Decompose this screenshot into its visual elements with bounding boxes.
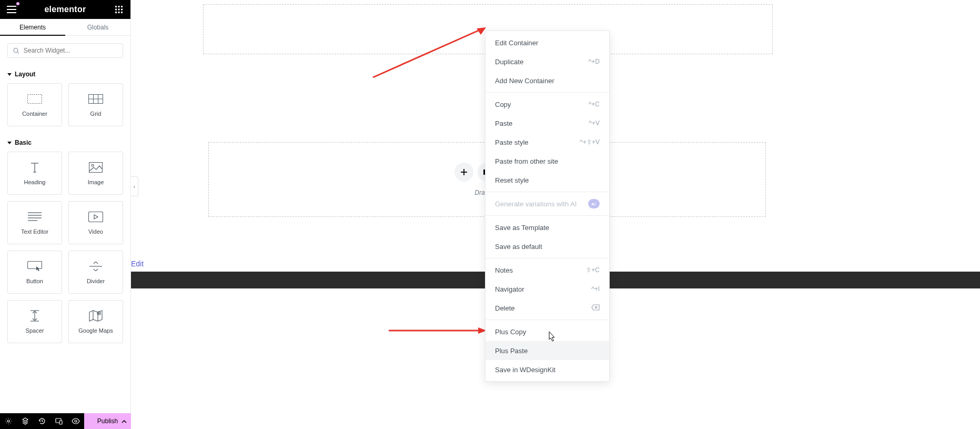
navigator-button[interactable] (17, 413, 34, 429)
edit-link[interactable]: Edit (131, 260, 144, 268)
ctx-save-as-template[interactable]: Save as Template (486, 218, 609, 237)
ctx-duplicate[interactable]: Duplicate^+D (486, 52, 609, 71)
text-editor-icon (27, 211, 42, 223)
search-input[interactable] (7, 43, 123, 58)
widget-video[interactable]: Video (68, 201, 123, 244)
svg-point-25 (92, 164, 94, 166)
ctx-notes[interactable]: Notes⇧+C (486, 261, 609, 280)
widget-label: Divider (87, 278, 105, 284)
svg-line-13 (17, 52, 19, 53)
svg-point-41 (7, 420, 9, 422)
section-layout-label: Layout (15, 71, 35, 78)
divider-icon (88, 260, 103, 273)
widget-label: Button (26, 278, 43, 284)
video-icon (88, 211, 103, 223)
sidebar-tabs: Elements Globals (0, 19, 130, 36)
tab-globals[interactable]: Globals (65, 19, 130, 35)
svg-marker-20 (7, 142, 12, 144)
ctx-paste-style[interactable]: Paste style^+⇧+V (486, 133, 609, 152)
widget-heading[interactable]: Heading (7, 152, 62, 195)
chevron-up-icon[interactable] (122, 417, 127, 425)
widget-spacer[interactable]: Spacer (7, 300, 62, 343)
svg-rect-6 (115, 9, 117, 11)
button-icon (27, 260, 42, 273)
apps-grid-button[interactable] (113, 3, 125, 16)
svg-rect-32 (28, 262, 42, 269)
ctx-paste[interactable]: Paste^+V (486, 114, 609, 133)
ctx-edit-container[interactable]: Edit Container (486, 33, 609, 52)
sidebar-collapse-button[interactable]: ‹ (131, 176, 138, 196)
ctx-label: Save as default (495, 243, 542, 251)
spacer-icon (27, 310, 42, 322)
widget-google-maps[interactable]: Google Maps (68, 300, 123, 343)
ctx-reset-style[interactable]: Reset style (486, 171, 609, 189)
history-button[interactable] (34, 413, 50, 429)
widget-label: Spacer (26, 327, 44, 334)
hamburger-menu-button[interactable] (5, 3, 18, 16)
widget-image[interactable]: Image (68, 152, 123, 195)
preview-button[interactable] (67, 413, 84, 429)
svg-point-44 (75, 420, 77, 422)
widget-label: Video (88, 228, 103, 235)
ctx-shortcut: ^+D (589, 58, 600, 65)
svg-rect-7 (118, 9, 120, 11)
widget-button[interactable]: Button (7, 251, 62, 294)
ctx-label: Edit Container (495, 39, 538, 47)
responsive-button[interactable] (50, 413, 67, 429)
tab-elements[interactable]: Elements (0, 19, 65, 35)
ctx-save-as-default[interactable]: Save as default (486, 237, 609, 256)
publish-button[interactable]: Publish (84, 413, 131, 429)
sidebar: elementor Elements Globals Layout Contai… (0, 0, 131, 429)
ctx-label: Generate variations with AI (495, 200, 577, 208)
container-icon (27, 93, 42, 105)
svg-rect-8 (121, 9, 123, 11)
maps-icon (88, 310, 103, 322)
publish-label: Publish (97, 417, 118, 425)
ai-badge-icon (588, 199, 600, 208)
ctx-label: Save as Template (495, 224, 549, 232)
search-icon (13, 47, 19, 54)
ctx-label: Plus Copy (495, 328, 526, 336)
widget-label: Google Maps (78, 327, 113, 334)
ctx-save-wdesignkit[interactable]: Save in WDesignKit (486, 360, 609, 379)
image-icon (88, 161, 103, 174)
notification-dot-icon (16, 2, 19, 5)
settings-button[interactable] (0, 413, 17, 429)
widget-grid[interactable]: Grid (68, 83, 123, 126)
svg-point-12 (14, 48, 18, 52)
widget-container[interactable]: Container (7, 83, 62, 126)
section-basic-header[interactable]: Basic (0, 134, 130, 152)
section-basic-label: Basic (15, 139, 32, 146)
svg-rect-5 (121, 6, 123, 7)
ctx-label: Paste from other site (495, 157, 558, 165)
ctx-plus-copy[interactable]: Plus Copy (486, 322, 609, 341)
context-menu: Edit Container Duplicate^+D Add New Cont… (485, 31, 610, 382)
caret-down-icon (7, 72, 12, 76)
widget-divider[interactable]: Divider (68, 251, 123, 294)
search-field[interactable] (24, 47, 117, 54)
widget-label: Heading (24, 179, 46, 185)
ctx-shortcut: ⇧+C (586, 266, 600, 274)
delete-icon (591, 304, 600, 312)
section-layout-header[interactable]: Layout (0, 65, 130, 83)
elementor-logo: elementor (18, 5, 113, 14)
ctx-paste-from-other-site[interactable]: Paste from other site (486, 152, 609, 171)
svg-rect-3 (115, 6, 117, 7)
grid-icon (88, 93, 103, 105)
ctx-generate-variations-ai[interactable]: Generate variations with AI (486, 194, 609, 213)
svg-rect-4 (118, 6, 120, 7)
ctx-plus-paste[interactable]: Plus Paste (486, 341, 609, 360)
ctx-copy[interactable]: Copy^+C (486, 95, 609, 114)
ctx-delete[interactable]: Delete (486, 298, 609, 317)
widget-text-editor[interactable]: Text Editor (7, 201, 62, 244)
ctx-navigator[interactable]: Navigator^+I (486, 280, 609, 298)
svg-rect-10 (118, 12, 120, 13)
ctx-add-new-container[interactable]: Add New Container (486, 71, 609, 90)
ctx-label: Notes (495, 266, 513, 274)
svg-rect-43 (59, 421, 62, 424)
annotation-arrow-bottom (388, 326, 488, 335)
ctx-label: Plus Paste (495, 347, 528, 355)
add-section-button[interactable] (454, 163, 473, 182)
caret-down-icon (7, 141, 12, 145)
svg-marker-31 (94, 215, 98, 219)
